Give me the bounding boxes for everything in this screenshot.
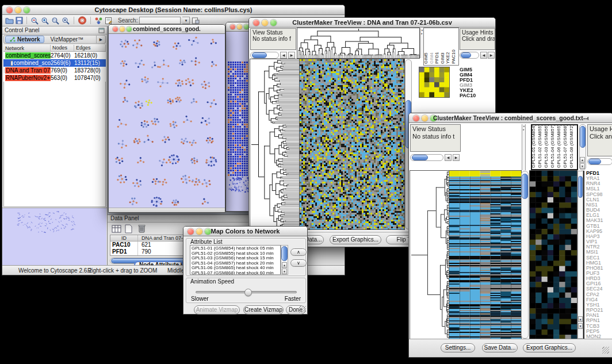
- birdseye-overview[interactable]: [2, 208, 107, 265]
- scroll-down-icon[interactable]: ▼: [282, 269, 287, 274]
- animation-speed-group: Animation Speed Slower Faster: [186, 278, 306, 303]
- dendrogram-spinner[interactable]: ◂▸: [522, 124, 526, 170]
- close-button[interactable]: [253, 20, 259, 26]
- treeview2-title: ClusterMaker TreeView : combined_scores_…: [433, 114, 588, 121]
- zoomed-heatmap[interactable]: [530, 171, 577, 339]
- search-dropdown-button[interactable]: ▼: [182, 17, 190, 24]
- speed-slider[interactable]: [196, 291, 297, 293]
- attribute-table-icon[interactable]: [112, 225, 121, 235]
- move-up-button[interactable]: ∧: [290, 248, 307, 256]
- row-label[interactable]: PAC10: [460, 93, 494, 98]
- control-panel-header: Control Panel: [2, 26, 107, 35]
- main-titlebar[interactable]: Cytoscape Desktop (Session Name: collins…: [2, 5, 345, 15]
- table-row[interactable]: combined_scores 2764(0) 16218(0): [3, 52, 106, 59]
- toolbar-separator: [74, 17, 74, 24]
- treeview2-titlebar[interactable]: ClusterMaker TreeView : combined_scores_…: [409, 113, 612, 123]
- column-dendrogram[interactable]: [297, 28, 419, 58]
- close-button[interactable]: [413, 115, 419, 121]
- close-button[interactable]: [230, 24, 235, 29]
- help-lifering-icon[interactable]: [78, 16, 87, 25]
- create-vizmap-button[interactable]: Create Vizmap: [243, 305, 284, 315]
- minimize-button[interactable]: [15, 7, 21, 13]
- usage-hints-title: Usage Hints: [462, 29, 493, 36]
- attribute-item[interactable]: GPL51-07 (GSM868) heat shock 60 min: [192, 271, 280, 275]
- close-button[interactable]: [188, 228, 194, 235]
- vizmapper-icon[interactable]: [94, 16, 103, 25]
- dendrogram-spinner[interactable]: ◂▸: [420, 28, 424, 58]
- delete-attribute-icon[interactable]: [137, 224, 146, 236]
- row-dendrogram[interactable]: [250, 59, 300, 229]
- minimize-button[interactable]: [196, 228, 202, 235]
- resize-grip[interactable]: [299, 306, 306, 313]
- tab-network[interactable]: Network: [5, 36, 44, 43]
- usage-hints-hscrollbar[interactable]: [587, 158, 612, 165]
- float-panel-icon[interactable]: [98, 28, 105, 35]
- scroll-right-icon[interactable]: ▶: [288, 52, 295, 59]
- close-button[interactable]: [6, 7, 13, 13]
- minimize-button[interactable]: [262, 20, 268, 26]
- scroll-left-icon[interactable]: ◀: [280, 52, 287, 59]
- move-down-button[interactable]: ∨: [290, 259, 307, 267]
- column-labels-vscrollbar[interactable]: ▲ ▼: [579, 124, 586, 170]
- network-view-titlebar[interactable]: combined_scores_good.txt--cluste...: [109, 25, 225, 34]
- scroll-up-icon[interactable]: ▲: [282, 262, 287, 268]
- gene-list-vscrollbar[interactable]: ▲ ▼: [577, 171, 583, 339]
- export-graphics-button[interactable]: Export Graphics...: [330, 235, 381, 244]
- search-input[interactable]: [139, 17, 181, 24]
- minimize-button[interactable]: [120, 26, 125, 32]
- save-session-icon[interactable]: [16, 16, 23, 25]
- scroll-up-icon[interactable]: ▲: [580, 157, 585, 163]
- tab-vizmapper[interactable]: VizMapper™: [44, 36, 89, 43]
- treeview2-vscrollbar[interactable]: [521, 171, 529, 339]
- scroll-left-icon[interactable]: ◀: [480, 52, 487, 59]
- scroll-down-icon[interactable]: ▼: [578, 323, 583, 329]
- usage-hints-panel: Usage Hi Click and: [587, 124, 612, 156]
- network-hscrollbar[interactable]: [109, 208, 225, 212]
- export-graphics-button[interactable]: Export Graphics...: [523, 343, 576, 352]
- dialog-titlebar[interactable]: Map Colors to Network: [183, 227, 307, 236]
- zoom-button[interactable]: [127, 26, 132, 32]
- network-canvas[interactable]: [109, 34, 225, 208]
- zoom-fit-icon[interactable]: [62, 16, 70, 25]
- guide-matrix-heatmap[interactable]: [419, 67, 449, 97]
- column-header-id[interactable]: ID: [110, 235, 138, 241]
- network-view-window: combined_scores_good.txt--cluste...: [108, 24, 225, 213]
- open-session-icon[interactable]: [5, 16, 14, 25]
- row-dendrogram[interactable]: [410, 171, 449, 339]
- new-attribute-icon[interactable]: [125, 224, 133, 236]
- treeview2-column-labels: GPL51-01 (GSM854)GPL51-02 (GSM855)GPL51-…: [531, 124, 578, 170]
- scroll-right-icon[interactable]: ▶: [488, 52, 495, 59]
- zoom-selected-icon[interactable]: [51, 16, 60, 25]
- treeview2-button-bar: Settings... Save Data... Export Graphics…: [409, 339, 612, 357]
- scroll-left-icon[interactable]: ◀: [445, 154, 452, 161]
- minimize-button[interactable]: [237, 24, 242, 29]
- minimize-button[interactable]: [422, 115, 428, 121]
- table-row[interactable]: RNAPuberNov2+ 563(0) 107847(0): [3, 74, 106, 82]
- settings-button[interactable]: Settings...: [441, 343, 475, 352]
- table-row[interactable]: DNA and Tran 07 769(0) 183728(0): [3, 67, 106, 74]
- attribute-list-vscrollbar[interactable]: ▲ ▼: [281, 245, 288, 275]
- treeview1-titlebar[interactable]: ClusterMaker TreeView : DNA and Tran 07-…: [249, 18, 495, 28]
- attribute-list[interactable]: GPL51-01 (GSM854) heat shock 05 minGPL51…: [190, 245, 281, 275]
- save-data-button[interactable]: Save Data...: [482, 343, 518, 352]
- network-table-header[interactable]: Network Nodes Edges: [3, 45, 106, 52]
- scroll-down-icon[interactable]: ▼: [580, 163, 585, 169]
- treeview2-heatmap[interactable]: [449, 171, 521, 339]
- tab-overflow-button[interactable]: ▶: [96, 36, 105, 43]
- network-table: Network Nodes Edges combined_scores 2764…: [3, 45, 106, 82]
- zoom-in-icon[interactable]: [41, 16, 49, 25]
- status-welcome: Welcome to Cytoscape 2.6.2: [18, 267, 92, 274]
- zoom-out-icon[interactable]: [30, 16, 39, 25]
- treeview1-heatmap[interactable]: [300, 59, 404, 229]
- table-row-selected[interactable]: combined_sco 2569(6) 13112(15): [3, 59, 106, 67]
- animate-vizmap-button[interactable]: Animate Vizmap: [194, 305, 240, 315]
- resize-grip[interactable]: [602, 347, 609, 354]
- column-label: GIM3: [440, 52, 445, 64]
- scroll-up-icon[interactable]: ▲: [578, 316, 583, 322]
- slider-thumb[interactable]: [244, 289, 252, 296]
- scroll-right-icon[interactable]: ▶: [453, 154, 460, 161]
- gene-label[interactable]: MON2: [586, 334, 612, 339]
- usage-hints-panel: Usage Hints Click and drag tc: [460, 28, 495, 50]
- close-button[interactable]: [113, 26, 118, 32]
- toolbar-separator: [26, 17, 27, 24]
